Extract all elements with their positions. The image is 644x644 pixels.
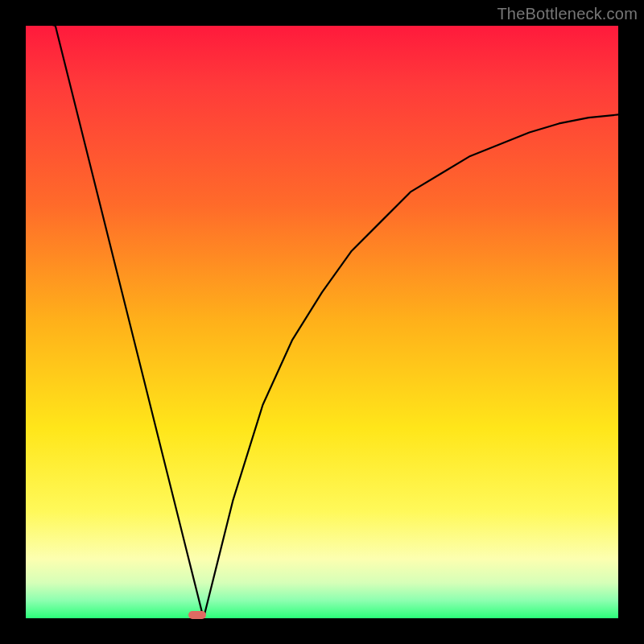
chart-container: TheBottleneck.com bbox=[0, 0, 644, 644]
optimal-marker bbox=[188, 611, 206, 619]
watermark-text: TheBottleneck.com bbox=[497, 5, 638, 23]
plot-area bbox=[26, 26, 618, 618]
bottleneck-curve bbox=[26, 26, 618, 618]
